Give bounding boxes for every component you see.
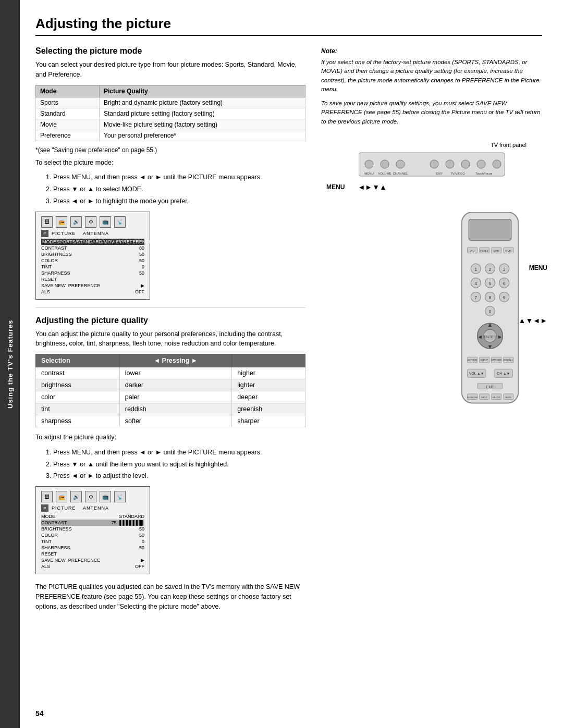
svg-text:TouchFocus: TouchFocus [475, 172, 492, 175]
svg-text:0: 0 [489, 310, 492, 314]
svg-point-6 [461, 160, 470, 168]
svg-text:DVD: DVD [506, 250, 512, 253]
step-2-3: 3. Press ◄ or ► to adjust the level. [35, 471, 305, 481]
svg-point-5 [446, 160, 454, 168]
tv-menu-label2: PICTURE ANTENNA [52, 505, 109, 511]
svg-text:FAVORIT: FAVORIT [491, 359, 501, 362]
page-number: 54 [35, 709, 44, 718]
contrast-row-2: CONTRAST75 ▐▐▐▐▐▐▐▌ [41, 520, 144, 526]
tv-panel-label: TV front panel [321, 142, 542, 148]
svg-text:ACTION: ACTION [468, 359, 478, 362]
svg-text:►: ► [497, 334, 503, 340]
pressing-cell: higher [232, 367, 305, 379]
step-2-2: 2. Press ▼ or ▲ until the item you want … [35, 460, 305, 470]
tint-row-2: TINT0 [41, 538, 144, 545]
menu2-icon-6: 📡 [114, 491, 126, 502]
mode-val: SPORTS/STANDARD/MOVIE/PREFERENCE [56, 239, 152, 244]
section2-steps: 1. Press MENU, and then press ◄ or ► unt… [35, 448, 305, 481]
pressing-cell: softer [119, 415, 232, 427]
tv-menu-screenshot-2: 🖼 📻 🔊 ⚙ 📺 📡 P PICTURE ANTENNA [35, 486, 150, 574]
tv-menu-header-2: P PICTURE ANTENNA [41, 504, 144, 512]
pressing-cell: paler [119, 391, 232, 403]
menu-icon-4: ⚙ [85, 216, 96, 228]
step-1-1: 1. Press MENU, and then press ◄ or ► unt… [35, 172, 305, 182]
svg-text:TV/VIDEO: TV/VIDEO [450, 172, 465, 175]
tv-menu-icons-2: 🖼 📻 🔊 ⚙ 📺 📡 [41, 491, 144, 502]
svg-text:RECALL: RECALL [504, 359, 513, 362]
two-column-layout: Selecting the picture mode You can selec… [35, 46, 542, 616]
table-cell: Movie [36, 119, 100, 130]
table-row: MovieMovie-like picture setting (factory… [36, 119, 305, 130]
svg-text:ENTER: ENTER [484, 335, 496, 338]
pressing-cell: lower [119, 367, 232, 379]
table-cell: Movie-like picture setting (factory sett… [100, 119, 305, 130]
tv-menu-badge-1: P [41, 230, 48, 237]
als-row-1: ALSOFF [41, 289, 144, 295]
menu-icon-2: 📻 [56, 216, 67, 228]
sidebar-label-features: Using the TV's Features [6, 319, 14, 409]
contrast-row-1: CONTRAST80 [41, 245, 144, 251]
main-content: Adjusting the picture Selecting the pict… [20, 0, 563, 728]
pressing-cell: brightness [36, 379, 120, 391]
menu2-icon-3: 🔊 [70, 491, 82, 502]
svg-text:INPUT: INPUT [481, 396, 488, 399]
table-row: PreferenceYour personal preference* [36, 130, 305, 141]
page-container: Using the TV's Features Adjusting the pi… [0, 0, 563, 728]
pressing-col-arrows: ◄ Pressing ► [119, 354, 232, 367]
svg-text:5: 5 [489, 281, 492, 286]
panel-arrows: ◄►▼▲ [358, 183, 386, 191]
table-cell: Your personal preference* [100, 130, 305, 141]
section1-steps: 1. Press MENU, and then press ◄ or ► unt… [35, 172, 305, 206]
remote-svg: •TV CABLE VCR DVD 1 2 3 4 [438, 212, 542, 410]
tv-menu-icons-1: 🖼 📻 🔊 ⚙ 📺 📡 [41, 216, 144, 228]
section1-title: Selecting the picture mode [35, 46, 305, 56]
tv-menu-badge-2: P [41, 504, 48, 512]
svg-text:INPUT: INPUT [481, 359, 488, 362]
remote-area: •TV CABLE VCR DVD 1 2 3 4 [321, 212, 542, 410]
reset-row-2: RESET [41, 551, 144, 557]
section2-steps-intro: To adjust the picture quality: [35, 433, 305, 442]
brightness-row-2: BRIGHTNESS50 [41, 526, 144, 532]
savenew-row-1: SAVE NEW PREFERENCE▶ [41, 282, 144, 289]
als-row-2: ALSOFF [41, 563, 144, 570]
tv-panel-nav: MENU ◄►▼▲ [326, 183, 542, 191]
table-cell: Bright and dynamic picture (factory sett… [100, 97, 305, 108]
svg-point-2 [381, 160, 389, 168]
sidebar-tab-text: Using the TV's Features [6, 319, 14, 409]
svg-text:RECOR: RECOR [493, 396, 500, 399]
table-cell: Sports [36, 97, 100, 108]
left-column: Selecting the picture mode You can selec… [35, 46, 305, 616]
table-cell: Standard [36, 108, 100, 119]
svg-text:1: 1 [475, 267, 478, 272]
pressing-cell: lighter [232, 379, 305, 391]
menu-icon-picture: 🖼 [41, 216, 53, 228]
svg-text:▼: ▼ [487, 343, 493, 350]
pressing-cell: tint [36, 403, 120, 415]
remote-arrows: ▲▼◄► [519, 316, 547, 325]
pressing-col-selection: Selection [36, 354, 120, 367]
pressing-table: Selection ◄ Pressing ► contrastlowerhigh… [35, 354, 305, 427]
menu-icon-3: 🔊 [70, 216, 82, 228]
savenew-row-2: SAVE NEW PREFERENCE▶ [41, 557, 144, 563]
table-row: StandardStandard picture setting (factor… [36, 108, 305, 119]
svg-point-4 [430, 160, 438, 168]
svg-text:▲: ▲ [487, 322, 493, 328]
brightness-row-1: BRIGHTNESS50 [41, 251, 144, 257]
svg-text:CH ▲▼: CH ▲▼ [497, 372, 510, 375]
svg-point-7 [477, 160, 485, 168]
pressing-cell: greenish [232, 403, 305, 415]
note-line-1: If you select one of the factory-set pic… [321, 58, 542, 94]
menu2-icon-2: 📻 [56, 491, 67, 502]
color-row-2: COLOR50 [41, 532, 144, 538]
tv-menu2-mode-row: MODESTANDARD [41, 513, 144, 520]
sidebar-tab: Using the TV's Features [0, 0, 20, 728]
color-row-1: COLOR50 [41, 257, 144, 264]
pressing-table-row: colorpalerdeeper [36, 391, 305, 403]
menu2-icon-picture: 🖼 [41, 491, 53, 502]
svg-point-8 [493, 160, 501, 168]
pressing-cell: color [36, 391, 120, 403]
section-picture-mode: Selecting the picture mode You can selec… [35, 46, 305, 300]
bottom-text: The PICTURE qualities you adjusted can b… [35, 582, 305, 611]
table-cell: Standard picture setting (factory settin… [100, 108, 305, 119]
section2-intro: You can adjust the picture quality to yo… [35, 329, 305, 349]
